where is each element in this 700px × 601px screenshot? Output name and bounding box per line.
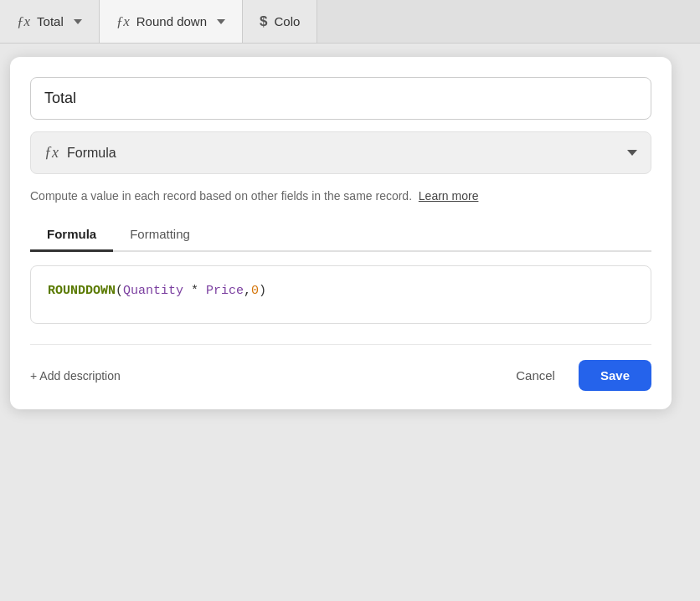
formula-operator: * <box>183 284 206 298</box>
chevron-down-icon <box>74 19 82 24</box>
description-text: Compute a value in each record based on … <box>30 187 651 205</box>
footer-right: Cancel Save <box>502 360 651 391</box>
formula-comma: , <box>244 284 251 298</box>
dialog-footer: + Add description Cancel Save <box>30 344 651 409</box>
chevron-down-icon-selector <box>627 150 637 156</box>
fx-icon-rounddown: ƒx <box>116 13 130 30</box>
tab-rounddown-label: Round down <box>136 14 207 28</box>
formula-field2: Price <box>206 284 244 298</box>
formula-open-paren: ( <box>116 284 123 298</box>
tab-formula-btn[interactable]: Formula <box>30 218 113 252</box>
formula-type-selector[interactable]: ƒx Formula <box>30 131 651 174</box>
formula-close-paren: ) <box>259 284 266 298</box>
tab-rounddown[interactable]: ƒx Round down <box>100 0 243 43</box>
fx-icon-selector: ƒx <box>44 144 59 162</box>
add-description-button[interactable]: + Add description <box>30 369 121 383</box>
field-name-input[interactable] <box>30 77 651 120</box>
dollar-icon: $ <box>260 13 267 30</box>
tabs-row: Formula Formatting <box>30 218 651 252</box>
tab-formatting-btn[interactable]: Formatting <box>113 218 207 252</box>
cancel-button[interactable]: Cancel <box>502 362 569 389</box>
tab-color[interactable]: $ Colo <box>243 0 317 43</box>
formula-type-label: Formula <box>67 146 116 161</box>
formula-editor[interactable]: ROUNDDOWN(Quantity * Price,0) <box>30 265 651 324</box>
dialog-wrapper: ƒx Formula Compute a value in each recor… <box>0 44 700 423</box>
learn-more-link[interactable]: Learn more <box>419 189 479 203</box>
dialog: ƒx Formula Compute a value in each recor… <box>10 57 672 409</box>
formula-type-left: ƒx Formula <box>44 144 116 162</box>
chevron-down-icon-2 <box>217 19 225 24</box>
tab-total[interactable]: ƒx Total <box>0 0 100 43</box>
formula-fn-name: ROUNDDOWN <box>48 284 116 298</box>
tab-bar: ƒx Total ƒx Round down $ Colo <box>0 0 700 44</box>
fx-icon-total: ƒx <box>17 13 30 30</box>
tab-color-label: Colo <box>274 14 300 28</box>
formula-field1: Quantity <box>123 284 183 298</box>
formula-number: 0 <box>251 284 259 298</box>
save-button[interactable]: Save <box>579 360 651 391</box>
tab-total-label: Total <box>37 14 64 28</box>
